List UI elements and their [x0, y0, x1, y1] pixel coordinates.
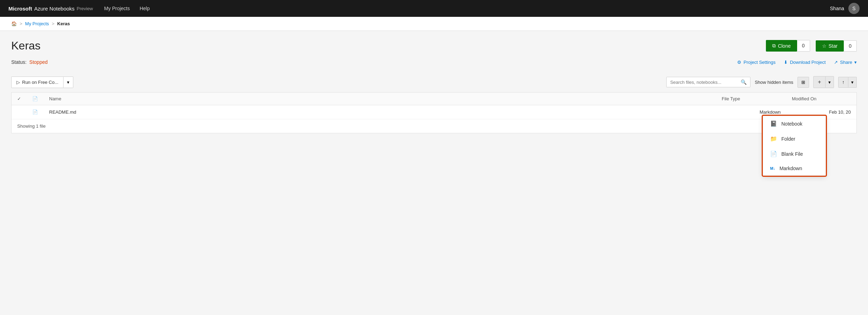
top-navigation: Microsoft Azure Notebooks Preview My Pro…	[0, 0, 868, 17]
brand-preview: Preview	[77, 6, 93, 11]
header-actions: ⧉ Clone 0 ☆ Star 0	[766, 40, 857, 52]
nav-help[interactable]: Help	[140, 6, 150, 11]
brand-microsoft: Microsoft	[8, 6, 32, 12]
run-icon: ▷	[16, 80, 20, 85]
download-project-label: Download Project	[790, 60, 826, 65]
star-group: ☆ Star 0	[816, 40, 857, 52]
file-icon-header: 📄	[32, 96, 38, 101]
dropdown-item-label: Folder	[781, 136, 795, 142]
notebook-icon: 📓	[770, 120, 777, 127]
col-header-modified[interactable]: Modified On	[786, 93, 856, 105]
check-icon: ✓	[17, 96, 21, 101]
star-label: Star	[829, 43, 838, 49]
view-toggle-button[interactable]: ⊞	[797, 77, 809, 88]
markdown-icon: M↓	[770, 166, 775, 170]
col-header-icon: 📄	[27, 93, 44, 105]
nav-my-projects[interactable]: My Projects	[104, 6, 130, 11]
file-table-container: ✓ 📄 Name File Type Modified On	[11, 92, 857, 133]
show-hidden-button[interactable]: Show hidden items	[755, 80, 793, 85]
new-dropdown-menu: 📓 Notebook 📁 Folder 📄 Blank File M↓ Mark…	[763, 116, 826, 176]
row-check	[12, 105, 27, 119]
col-header-type[interactable]: File Type	[716, 93, 786, 105]
status-left: Status: Stopped	[11, 59, 48, 65]
clone-label: Clone	[778, 43, 791, 49]
new-plus-icon: +	[818, 79, 821, 85]
settings-icon: ⚙	[737, 60, 741, 65]
col-header-check: ✓	[12, 93, 27, 105]
breadcrumb-sep2: >	[52, 21, 55, 26]
project-settings-label: Project Settings	[743, 60, 775, 65]
star-button[interactable]: ☆ Star	[816, 40, 844, 52]
share-chevron-icon: ▾	[854, 60, 857, 65]
share-label: Share	[840, 60, 852, 65]
status-value: Stopped	[29, 59, 48, 65]
clone-count: 0	[797, 40, 810, 52]
blank-icon: 📄	[770, 150, 777, 157]
project-header: Keras ⧉ Clone 0 ☆ Star 0	[11, 39, 857, 52]
run-dropdown-button[interactable]: ▾	[64, 76, 73, 88]
home-icon[interactable]: 🏠	[11, 21, 17, 26]
new-button[interactable]: +	[813, 76, 826, 88]
status-bar: Status: Stopped ⚙ Project Settings ⬇ Dow…	[11, 59, 857, 65]
dropdown-item-label: Markdown	[780, 166, 802, 171]
row-name[interactable]: README.md	[44, 105, 716, 119]
avatar[interactable]: S	[848, 3, 860, 14]
star-count: 0	[844, 40, 857, 52]
dropdown-item-folder[interactable]: 📁 Folder	[763, 131, 826, 146]
search-icon: 🔍	[741, 79, 747, 85]
upload-button[interactable]: ↑	[838, 77, 848, 88]
dropdown-item-blank-file[interactable]: 📄 Blank File	[763, 146, 826, 161]
share-icon: ↗	[834, 60, 838, 65]
breadcrumb-my-projects[interactable]: My Projects	[25, 21, 49, 26]
file-table: ✓ 📄 Name File Type Modified On	[12, 93, 856, 119]
upload-group: ↑ ▾	[838, 77, 857, 88]
project-settings-button[interactable]: ⚙ Project Settings	[737, 60, 775, 65]
star-icon: ☆	[822, 43, 827, 49]
table-row[interactable]: 📄 README.md Markdown Feb 10, 20	[12, 105, 856, 119]
run-button[interactable]: ▷ Run on Free Co...	[11, 76, 64, 88]
new-dropdown-button[interactable]: ▾	[826, 76, 834, 88]
folder-icon: 📁	[770, 135, 777, 142]
clone-icon: ⧉	[772, 43, 776, 49]
share-button[interactable]: ↗ Share ▾	[834, 60, 857, 65]
clone-group: ⧉ Clone 0	[766, 40, 810, 52]
upload-dropdown-button[interactable]: ▾	[848, 77, 857, 88]
new-group: + ▾	[813, 76, 834, 88]
nav-right: Shana S	[830, 3, 860, 14]
nav-links: My Projects Help	[104, 6, 150, 11]
show-hidden-label: Show hidden items	[755, 80, 793, 85]
clone-button[interactable]: ⧉ Clone	[766, 40, 797, 52]
breadcrumb-sep1: >	[20, 21, 22, 26]
row-file-icon: 📄	[27, 105, 44, 119]
download-project-button[interactable]: ⬇ Download Project	[784, 60, 826, 65]
main-content: Keras ⧉ Clone 0 ☆ Star 0 Status: Stopped	[0, 31, 868, 312]
toolbar: ▷ Run on Free Co... ▾ 🔍 Show hidden item…	[11, 72, 857, 92]
grid-icon: ⊞	[801, 80, 805, 85]
dropdown-item-label: Notebook	[781, 121, 802, 127]
upload-icon: ↑	[842, 80, 844, 85]
search-input[interactable]	[670, 80, 741, 85]
project-title: Keras	[11, 39, 41, 52]
dropdown-item-label: Blank File	[781, 151, 803, 157]
dropdown-item-notebook[interactable]: 📓 Notebook	[763, 116, 826, 131]
status-label: Status:	[11, 59, 27, 65]
status-actions: ⚙ Project Settings ⬇ Download Project ↗ …	[737, 60, 857, 65]
run-group: ▷ Run on Free Co... ▾	[11, 76, 73, 88]
brand-azure: Azure Notebooks	[34, 6, 75, 12]
user-name: Shana	[830, 6, 844, 11]
dropdown-item-markdown[interactable]: M↓ Markdown	[763, 161, 826, 175]
search-box: 🔍	[666, 77, 750, 87]
run-label: Run on Free Co...	[22, 80, 58, 85]
download-icon: ⬇	[784, 60, 788, 65]
breadcrumb: 🏠 > My Projects > Keras	[0, 17, 868, 31]
col-header-name[interactable]: Name	[44, 93, 716, 105]
brand: Microsoft Azure Notebooks Preview	[8, 6, 93, 12]
showing-count: Showing 1 file	[12, 119, 856, 133]
breadcrumb-current: Keras	[57, 21, 70, 26]
